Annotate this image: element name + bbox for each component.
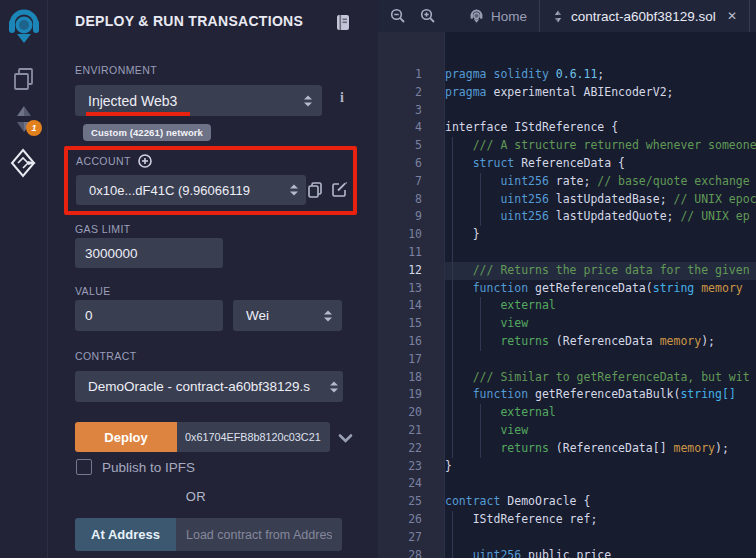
indent-guide bbox=[452, 155, 453, 173]
line-number: 4 bbox=[378, 119, 444, 137]
at-address-button[interactable]: At Address bbox=[75, 518, 176, 551]
code-line: returns (ReferenceData memory); bbox=[445, 333, 756, 351]
indent-guide bbox=[452, 422, 453, 440]
indent-guide bbox=[480, 208, 481, 226]
code-line: returns (ReferenceData[] memory); bbox=[445, 440, 756, 458]
indent-guide bbox=[480, 404, 481, 422]
line-number: 19 bbox=[378, 386, 444, 404]
environment-label: ENVIRONMENT bbox=[75, 64, 157, 76]
line-number: 22 bbox=[378, 440, 444, 458]
code-line: } bbox=[445, 226, 756, 244]
book-icon[interactable] bbox=[335, 14, 351, 31]
file-explorer-icon[interactable] bbox=[0, 66, 48, 92]
compiler-notification-badge: 1 bbox=[26, 120, 42, 136]
deploy-run-icon[interactable] bbox=[0, 148, 48, 178]
constructor-arg-input[interactable] bbox=[177, 422, 330, 452]
indent-guide bbox=[452, 173, 453, 191]
line-number: 16 bbox=[378, 333, 444, 351]
code-line: contract DemoOracle { bbox=[445, 493, 756, 511]
gas-limit-input[interactable] bbox=[75, 238, 223, 268]
close-icon[interactable]: ✕ bbox=[727, 9, 737, 23]
code-line: uint256 lastUpdatedQuote; // UNIX ep bbox=[445, 208, 756, 226]
line-number: 1 bbox=[378, 66, 444, 84]
plus-icon[interactable] bbox=[138, 154, 152, 168]
indent-guide bbox=[452, 369, 453, 387]
account-select[interactable]: 0x10e...dF41C (9.96066119 bbox=[76, 175, 306, 205]
info-icon[interactable]: i bbox=[335, 90, 349, 110]
solidity-file-icon bbox=[552, 9, 564, 24]
line-number: 28 bbox=[378, 547, 444, 558]
indent-guide bbox=[452, 262, 453, 280]
code-line: } bbox=[445, 458, 756, 476]
chevron-updown-icon bbox=[304, 95, 312, 106]
code-line: /// Similar to getReferenceData, but wit bbox=[445, 369, 756, 387]
value-input[interactable] bbox=[75, 300, 223, 331]
tab-contract-file[interactable]: contract-a60bf38129.sol ✕ bbox=[539, 0, 750, 32]
line-number: 23 bbox=[378, 458, 444, 476]
code-line bbox=[445, 102, 756, 120]
line-number: 24 bbox=[378, 475, 444, 493]
line-number: 6 bbox=[378, 155, 444, 173]
solidity-compiler-icon[interactable]: 1 bbox=[0, 104, 48, 134]
line-number: 27 bbox=[378, 529, 444, 547]
chevron-updown-icon bbox=[330, 381, 338, 392]
code-line: /// Returns the price data for the given bbox=[445, 262, 756, 280]
code-line bbox=[445, 244, 756, 262]
zoom-in-icon[interactable] bbox=[413, 0, 443, 32]
code-line: interface IStdReference { bbox=[445, 119, 756, 137]
publish-ipfs-label: Publish to IPFS bbox=[102, 460, 195, 475]
indent-guide bbox=[480, 297, 481, 315]
indent-guide bbox=[452, 529, 453, 547]
code-line bbox=[445, 351, 756, 369]
line-number: 3 bbox=[378, 102, 444, 120]
code-line: external bbox=[445, 297, 756, 315]
indent-guide bbox=[452, 226, 453, 244]
indent-guide bbox=[480, 191, 481, 209]
indent-guide bbox=[452, 137, 453, 155]
line-number: 21 bbox=[378, 422, 444, 440]
or-label: OR bbox=[48, 489, 344, 504]
code-line: uint256 public price bbox=[445, 547, 756, 558]
indent-guide bbox=[452, 440, 453, 458]
line-number: 11 bbox=[378, 244, 444, 262]
code-line: uint256 lastUpdatedBase; // UNIX epoc bbox=[445, 191, 756, 209]
tab-home[interactable]: Home bbox=[457, 0, 539, 32]
publish-ipfs-checkbox[interactable] bbox=[76, 459, 92, 475]
indent-guide bbox=[452, 315, 453, 333]
indent-guide bbox=[452, 280, 453, 298]
line-number: 8 bbox=[378, 191, 444, 209]
edit-icon[interactable] bbox=[331, 181, 348, 198]
remix-logo[interactable] bbox=[0, 8, 48, 46]
indent-guide bbox=[452, 297, 453, 315]
code-line bbox=[445, 475, 756, 493]
code-line: pragma solidity 0.6.11; bbox=[445, 66, 756, 84]
code-line: function getReferenceData(string memory bbox=[445, 280, 756, 298]
remix-home-icon bbox=[469, 9, 484, 24]
code-line: uint256 rate; // base/quote exchange bbox=[445, 173, 756, 191]
line-number: 15 bbox=[378, 315, 444, 333]
value-unit-select[interactable]: Wei bbox=[233, 300, 342, 331]
remix-ide-window: 1 DEPLOY & RUN TRANSACTIONS ENVIRONMENT … bbox=[0, 0, 756, 558]
copy-icon[interactable] bbox=[307, 181, 323, 199]
indent-guide bbox=[452, 547, 453, 558]
line-number: 12 bbox=[378, 262, 444, 280]
at-address-input[interactable] bbox=[176, 518, 342, 551]
line-number: 18 bbox=[378, 369, 444, 387]
line-number: 17 bbox=[378, 351, 444, 369]
contract-select[interactable]: DemoOracle - contract-a60bf38129.s bbox=[75, 371, 343, 402]
code-line bbox=[445, 529, 756, 547]
code-editor: Home contract-a60bf38129.sol ✕ 123456789… bbox=[378, 0, 756, 558]
code-line: pragma experimental ABIEncoderV2; bbox=[445, 84, 756, 102]
indent-guide bbox=[480, 422, 481, 440]
chevron-down-icon[interactable] bbox=[338, 430, 353, 448]
indent-guide bbox=[480, 333, 481, 351]
indent-guide bbox=[452, 333, 453, 351]
annotation-underline-environment bbox=[86, 112, 190, 116]
deploy-button[interactable]: Deploy bbox=[75, 422, 177, 452]
line-number: 14 bbox=[378, 297, 444, 315]
gas-limit-label: GAS LIMIT bbox=[75, 223, 131, 235]
line-number: 13 bbox=[378, 280, 444, 298]
code-lines[interactable]: pragma solidity 0.6.11;pragma experiment… bbox=[444, 32, 756, 558]
line-number: 10 bbox=[378, 226, 444, 244]
zoom-out-icon[interactable] bbox=[383, 0, 413, 32]
